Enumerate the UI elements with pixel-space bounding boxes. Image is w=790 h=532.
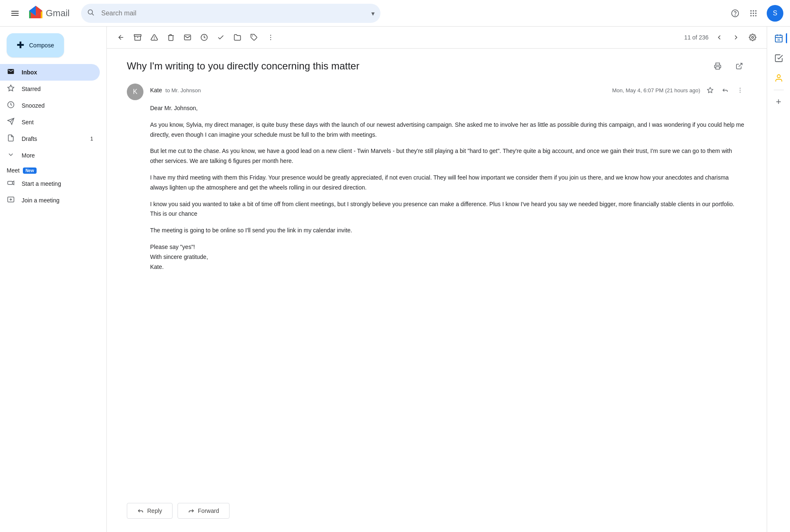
spam-button[interactable] [147,30,162,45]
archive-button[interactable] [130,30,145,45]
svg-line-36 [739,63,742,66]
sidebar-item-drafts[interactable]: Drafts 1 [0,131,100,147]
svg-point-32 [270,37,271,38]
search-dropdown-icon[interactable]: ▾ [371,9,375,17]
message-body: Kate to Mr. Johnson Mon, May 4, 6:07 PM … [150,84,747,278]
svg-point-33 [270,39,271,40]
more-label: More [22,152,35,159]
compose-button[interactable]: ✚ Compose [7,33,64,57]
email-subject-text: Why I'm writing to you directly concerni… [127,60,704,72]
starred-icon [7,84,15,94]
label-button[interactable] [247,30,262,45]
more-options-button[interactable] [263,30,278,45]
next-email-button[interactable] [728,30,743,45]
svg-point-9 [755,10,756,11]
svg-point-34 [752,37,754,39]
body-paragraph-5: The meeting is going to be online so I'l… [150,226,747,236]
topbar: Gmail ▾ S [0,0,790,27]
svg-point-31 [270,35,271,36]
svg-rect-25 [134,34,141,36]
email-toolbar: 11 of 236 [107,27,767,49]
body-paragraph-4: I know you said you wanted to take a bit… [150,200,747,219]
svg-point-10 [750,12,752,14]
svg-point-14 [753,15,754,16]
apps-button[interactable] [745,5,762,22]
snoozed-label: Snoozed [22,102,44,109]
done-button[interactable] [213,30,228,45]
add-panel-button[interactable]: + [770,94,787,110]
move-to-button[interactable] [230,30,245,45]
sidebar-item-start-meeting[interactable]: Start a meeting [0,175,100,192]
sender-to: to Mr. Johnson [165,87,201,94]
mark-unread-button[interactable] [180,30,195,45]
sidebar-item-join-meeting[interactable]: Join a meeting [0,192,100,209]
contacts-panel-button[interactable] [770,70,787,86]
email-content: Why I'm writing to you directly concerni… [107,49,767,496]
svg-point-39 [740,90,741,91]
svg-line-4 [92,13,94,15]
gmail-logo[interactable]: Gmail [28,6,69,21]
sidebar-item-starred[interactable]: Starred [0,81,100,97]
settings-button[interactable] [745,30,760,45]
start-meeting-label: Start a meeting [22,180,61,187]
user-avatar[interactable]: S [767,5,783,22]
svg-point-15 [755,15,756,16]
more-chevron-icon [7,151,15,160]
compose-section: ✚ Compose [7,33,100,57]
sidebar: ✚ Compose Inbox Starred Snoozed [0,27,106,532]
reply-quick-button[interactable] [718,84,732,97]
message-more-button[interactable] [733,84,747,97]
inbox-icon [7,68,15,77]
svg-point-8 [753,10,754,11]
meet-section: Meet New [0,164,106,175]
search-input[interactable] [81,4,380,23]
sent-label: Sent [22,119,34,126]
drafts-label: Drafts [22,135,37,142]
reply-button[interactable]: Reply [127,503,173,519]
svg-rect-1 [11,13,19,14]
print-button[interactable] [710,59,725,74]
snooze-button[interactable] [197,30,212,45]
open-in-new-button[interactable] [732,59,747,74]
compose-plus-icon: ✚ [17,40,24,51]
svg-rect-20 [8,181,12,185]
svg-point-46 [777,75,780,78]
forward-label: Forward [198,507,219,514]
help-button[interactable] [727,5,743,22]
message-actions [704,84,747,97]
body-greeting: Dear Mr. Johnson, [150,103,747,113]
svg-rect-35 [716,67,720,69]
svg-point-11 [753,12,754,14]
svg-rect-2 [11,15,19,16]
reply-label: Reply [147,507,162,514]
svg-point-12 [755,12,756,14]
join-meeting-label: Join a meeting [22,197,59,204]
start-meeting-icon [7,179,15,189]
sender-name: Kate [150,87,162,94]
forward-button[interactable]: Forward [178,503,230,519]
sidebar-item-snoozed[interactable]: Snoozed [0,97,100,114]
svg-point-38 [740,88,741,89]
main-layout: ✚ Compose Inbox Starred Snoozed [0,27,790,532]
tasks-panel-button[interactable] [770,50,787,66]
delete-button[interactable] [163,30,178,45]
email-panel: 11 of 236 Why I'm writing to you directl… [106,27,767,532]
back-button[interactable] [114,30,128,45]
email-count: 11 of 236 [684,34,709,41]
menu-button[interactable] [7,5,23,22]
sidebar-item-sent[interactable]: Sent [0,114,100,131]
star-button[interactable] [704,84,717,97]
svg-point-3 [88,10,93,14]
svg-point-13 [750,15,752,16]
search-icon [87,8,94,18]
svg-rect-0 [11,11,19,12]
starred-label: Starred [22,86,41,92]
prev-email-button[interactable] [712,30,727,45]
sidebar-item-inbox[interactable]: Inbox [0,64,100,81]
join-meeting-icon [7,196,15,205]
svg-text:31: 31 [777,38,780,41]
body-paragraph-2: But let me cut to the chase. As you know… [150,146,747,166]
meet-label-text: Meet [7,167,20,174]
calendar-panel-button[interactable]: 31 [770,30,787,47]
sidebar-item-more[interactable]: More [0,147,100,164]
